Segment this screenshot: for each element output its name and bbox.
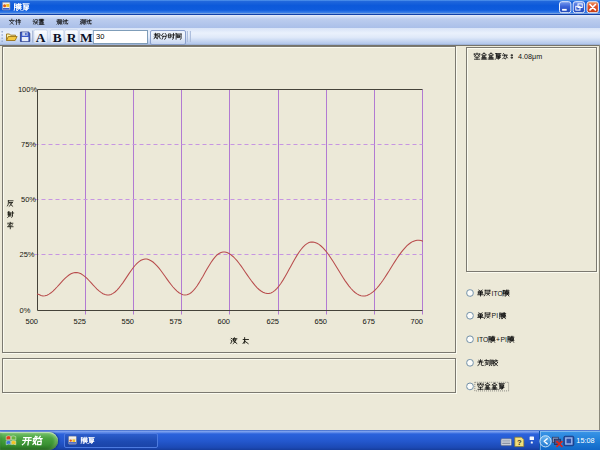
svg-text:25%: 25% <box>19 250 34 259</box>
svg-text:600: 600 <box>217 317 230 326</box>
svg-text:50%: 50% <box>21 195 36 204</box>
svg-text:500: 500 <box>25 317 38 326</box>
svg-text:M: M <box>80 30 93 45</box>
svg-text:700: 700 <box>410 317 423 326</box>
svg-text:+: + <box>496 336 500 343</box>
svg-text:B: B <box>53 30 62 45</box>
svg-text:PI: PI <box>500 336 507 343</box>
svg-text:ITO: ITO <box>477 336 488 343</box>
svg-text:?: ? <box>517 438 522 447</box>
svg-text:100%: 100% <box>18 85 38 94</box>
svg-text:15:08: 15:08 <box>576 436 594 445</box>
svg-text:ITO: ITO <box>492 290 503 297</box>
svg-text:675: 675 <box>362 317 375 326</box>
svg-text:550: 550 <box>121 317 134 326</box>
svg-text:575: 575 <box>169 317 182 326</box>
svg-text:R: R <box>67 30 77 45</box>
svg-text:625: 625 <box>266 317 279 326</box>
svg-text:4.08μm: 4.08μm <box>518 52 542 61</box>
svg-text:PI: PI <box>492 312 499 319</box>
svg-text:525: 525 <box>73 317 86 326</box>
svg-text:A: A <box>36 30 46 45</box>
svg-text:30: 30 <box>96 32 104 41</box>
svg-text:650: 650 <box>314 317 327 326</box>
svg-text:0%: 0% <box>20 306 31 315</box>
svg-text:75%: 75% <box>21 140 36 149</box>
